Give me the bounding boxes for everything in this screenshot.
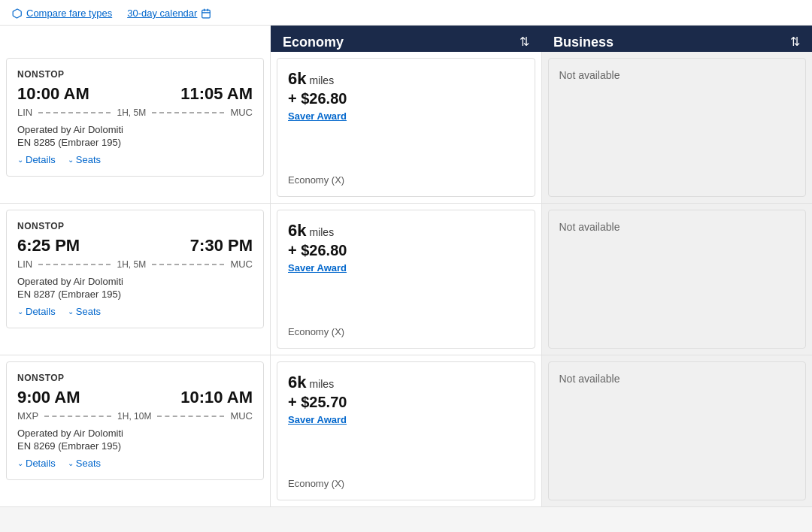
- seats-link[interactable]: ⌄ Seats: [68, 306, 101, 317]
- economy-price: + $26.80: [288, 242, 524, 259]
- economy-fare-type: Economy (X): [288, 320, 524, 337]
- economy-fare-2: 6k miles + $25.70 Saver Award Economy (X…: [271, 355, 542, 506]
- nonstop-badge: NONSTOP: [17, 69, 253, 80]
- flight-info-1: NONSTOP 6:25 PM 7:30 PM LIN 1H, 5M MUC O…: [0, 204, 271, 355]
- compare-fare-types-label: Compare fare types: [26, 8, 112, 19]
- economy-fare-type: Economy (X): [288, 168, 524, 186]
- duration: 1H, 5M: [117, 259, 146, 270]
- details-link[interactable]: ⌄ Details: [17, 306, 56, 317]
- destination: MUC: [230, 258, 253, 270]
- flight-row-2: NONSTOP 9:00 AM 10:10 AM MXP 1H, 10M MUC…: [0, 355, 812, 507]
- details-link[interactable]: ⌄ Details: [17, 154, 56, 165]
- economy-miles-number: 6k: [288, 373, 306, 392]
- economy-miles-label: miles: [309, 74, 334, 86]
- business-fare-1: Not available: [542, 204, 813, 355]
- not-available-text: Not available: [559, 221, 795, 233]
- arrive-time: 11:05 AM: [180, 84, 253, 104]
- economy-fare-type: Economy (X): [288, 472, 524, 489]
- chevron-down-icon: ⌄: [68, 459, 74, 467]
- flight-row-1: NONSTOP 6:25 PM 7:30 PM LIN 1H, 5M MUC O…: [0, 204, 812, 355]
- seats-label: Seats: [76, 458, 101, 469]
- details-label: Details: [26, 458, 56, 469]
- economy-price: + $25.70: [288, 394, 524, 411]
- calendar-link[interactable]: 30-day calendar: [127, 8, 211, 19]
- duration: 1H, 10M: [117, 411, 151, 422]
- chevron-down-icon: ⌄: [17, 307, 23, 316]
- calendar-icon: [201, 8, 211, 19]
- economy-fare-1: 6k miles + $26.80 Saver Award Economy (X…: [271, 204, 542, 355]
- depart-time: 6:25 PM: [17, 236, 80, 255]
- details-label: Details: [26, 306, 56, 317]
- chevron-down-icon: ⌄: [68, 307, 74, 316]
- arrive-time: 10:10 AM: [180, 388, 253, 407]
- seats-link[interactable]: ⌄ Seats: [68, 154, 101, 165]
- business-fare-2: Not available: [542, 355, 813, 506]
- economy-saver-award[interactable]: Saver Award: [288, 262, 524, 274]
- economy-fare-0: 6k miles + $26.80 Saver Award Economy (X…: [271, 52, 542, 203]
- economy-saver-award[interactable]: Saver Award: [288, 414, 524, 425]
- economy-miles-label: miles: [309, 378, 334, 390]
- details-link[interactable]: ⌄ Details: [17, 458, 56, 469]
- economy-miles-label: miles: [309, 226, 334, 238]
- compare-fare-types-link[interactable]: Compare fare types: [12, 8, 112, 19]
- not-available-text: Not available: [559, 69, 795, 81]
- chevron-down-icon: ⌄: [17, 156, 23, 164]
- seats-label: Seats: [76, 306, 101, 317]
- depart-time: 9:00 AM: [17, 388, 80, 407]
- aircraft: EN 8285 (Embraer 195): [17, 137, 253, 148]
- flight-row-0: NONSTOP 10:00 AM 11:05 AM LIN 1H, 5M MUC…: [0, 52, 812, 204]
- economy-sort-icon[interactable]: ⇅: [520, 35, 529, 49]
- business-fare-0: Not available: [542, 52, 813, 203]
- svg-rect-0: [202, 10, 211, 17]
- business-title: Business: [553, 35, 614, 50]
- flight-info-0: NONSTOP 10:00 AM 11:05 AM LIN 1H, 5M MUC…: [0, 52, 271, 203]
- operator: Operated by Air Dolomiti: [17, 124, 253, 135]
- flights-section: NONSTOP 10:00 AM 11:05 AM LIN 1H, 5M MUC…: [0, 52, 812, 507]
- calendar-label: 30-day calendar: [127, 8, 197, 19]
- plane-icon: [12, 8, 23, 19]
- chevron-down-icon: ⌄: [68, 156, 74, 164]
- duration: 1H, 5M: [117, 107, 146, 118]
- depart-time: 10:00 AM: [17, 84, 89, 104]
- origin: LIN: [17, 107, 32, 118]
- operator: Operated by Air Dolomiti: [17, 428, 253, 439]
- economy-miles-number: 6k: [288, 69, 306, 89]
- not-available-text: Not available: [559, 373, 795, 385]
- economy-title: Economy: [283, 35, 344, 50]
- nonstop-badge: NONSTOP: [17, 221, 253, 231]
- economy-saver-award[interactable]: Saver Award: [288, 110, 524, 122]
- top-nav: Compare fare types 30-day calendar: [0, 0, 812, 26]
- destination: MUC: [230, 107, 253, 118]
- seats-label: Seats: [76, 154, 101, 165]
- destination: MUC: [230, 410, 253, 422]
- aircraft: EN 8287 (Embraer 195): [17, 289, 253, 300]
- operator: Operated by Air Dolomiti: [17, 276, 253, 287]
- economy-miles-number: 6k: [288, 221, 306, 240]
- details-label: Details: [26, 154, 56, 165]
- origin: LIN: [17, 258, 32, 270]
- chevron-down-icon: ⌄: [17, 459, 23, 467]
- arrive-time: 7:30 PM: [190, 236, 253, 255]
- nonstop-badge: NONSTOP: [17, 373, 253, 383]
- business-sort-icon[interactable]: ⇅: [790, 35, 800, 49]
- economy-price: + $26.80: [288, 90, 524, 107]
- flight-info-2: NONSTOP 9:00 AM 10:10 AM MXP 1H, 10M MUC…: [0, 355, 271, 506]
- origin: MXP: [17, 410, 38, 422]
- aircraft: EN 8269 (Embraer 195): [17, 440, 253, 452]
- seats-link[interactable]: ⌄ Seats: [68, 458, 101, 469]
